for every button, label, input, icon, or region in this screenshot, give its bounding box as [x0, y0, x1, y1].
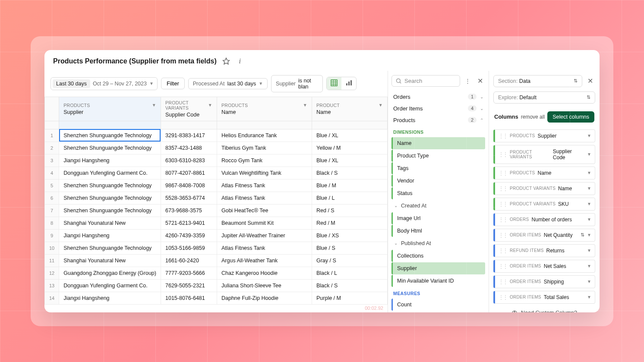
- star-icon[interactable]: [222, 57, 230, 66]
- chevron-down-icon[interactable]: ▼: [587, 248, 591, 253]
- svg-point-9: [397, 79, 401, 82]
- column-item[interactable]: ⋮⋮ Order Items Net Quantity ⇅ ▼: [493, 229, 595, 242]
- column-item[interactable]: ⋮⋮ Order Items Total Sales ▼: [493, 291, 595, 304]
- dimension-field[interactable]: Image Url: [391, 212, 485, 224]
- dimension-field[interactable]: Name: [391, 137, 485, 149]
- date-range-picker[interactable]: Last 30 days Oct 29 – Nov 27, 2023 ▼: [51, 77, 158, 90]
- svg-rect-1: [331, 80, 337, 86]
- table-row[interactable]: 5Shenzhen Shunguangde Technology9867-840…: [45, 179, 388, 192]
- table-row[interactable]: 7Shenzhen Shunguangde Technology673-9688…: [45, 204, 388, 217]
- close-icon[interactable]: ✕: [585, 77, 595, 85]
- data-table[interactable]: Products▼SupplierProduct Variants▼Suppli…: [44, 97, 388, 312]
- select-columns-button[interactable]: Select columns: [547, 111, 594, 123]
- chevron-down-icon[interactable]: ▼: [587, 186, 591, 191]
- filter-button[interactable]: Filter: [161, 78, 185, 89]
- column-item[interactable]: ⋮⋮ Product Variants Name ▼: [493, 182, 595, 195]
- column-item[interactable]: ⋮⋮ Products Name ▼: [493, 167, 595, 179]
- dimension-field[interactable]: Vendor: [391, 175, 485, 187]
- dimension-field[interactable]: Body Html: [391, 225, 485, 237]
- chart-view-button[interactable]: [341, 77, 356, 90]
- column-item[interactable]: ⋮⋮ Orders Number of orders ▼: [493, 213, 595, 226]
- svg-marker-0: [223, 58, 229, 64]
- dimension-field[interactable]: ⌄Created At: [391, 200, 485, 212]
- chevron-down-icon[interactable]: ▼: [587, 264, 591, 268]
- explore-select[interactable]: Explore: Default ⇅: [493, 91, 595, 104]
- search-input[interactable]: Search: [391, 75, 460, 87]
- table-row[interactable]: 9Jiangxi Hangsheng4260-7439-3359Jupiter …: [45, 229, 388, 242]
- filter-supplier[interactable]: Supplier is not blan: [271, 75, 323, 92]
- table-row[interactable]: 4Dongguan Yufengling Garment Co.8077-420…: [45, 167, 388, 179]
- table-row[interactable]: 10Shenzhen Shunguangde Technology1053-51…: [45, 242, 388, 254]
- more-menu-icon[interactable]: ⋮: [462, 78, 473, 84]
- table-row[interactable]: 6Shenzhen Shunguangde Technology5528-365…: [45, 192, 388, 204]
- remove-all-link[interactable]: remove all: [521, 114, 545, 120]
- svg-rect-7: [348, 82, 350, 85]
- chevron-down-icon[interactable]: ▼: [587, 133, 591, 138]
- query-timer: 00:02.92: [365, 305, 383, 311]
- column-header[interactable]: Products▼Name: [217, 97, 312, 121]
- table-row[interactable]: 12Guangdong Zhonggao Energy (Group)7777-…: [45, 267, 388, 279]
- dimension-field[interactable]: Tags: [391, 162, 485, 174]
- chevron-down-icon[interactable]: ▼: [587, 170, 591, 175]
- chevron-down-icon[interactable]: ▼: [587, 279, 591, 284]
- tree-group[interactable]: Orders1⌄: [391, 91, 485, 103]
- column-header[interactable]: Product Variants▼Supplier Code: [161, 97, 217, 121]
- tree-group[interactable]: Products2⌃: [391, 114, 485, 126]
- table-row[interactable]: 14Jiangxi Hangsheng1015-8076-6481Daphne …: [45, 292, 388, 304]
- column-item[interactable]: ⋮⋮ Products Supplier ▼: [493, 129, 595, 142]
- chevron-icon: ⌄: [480, 94, 483, 99]
- chevron-down-icon: ▼: [149, 81, 154, 86]
- drag-handle-icon[interactable]: ⋮⋮: [499, 263, 507, 269]
- dimension-field[interactable]: Min Available Variant ID: [391, 275, 485, 287]
- dimension-field[interactable]: ⌄Published At: [391, 237, 485, 249]
- drag-handle-icon[interactable]: ⋮⋮: [499, 217, 507, 223]
- drag-handle-icon[interactable]: ⋮⋮: [499, 151, 507, 157]
- info-icon[interactable]: i: [236, 57, 244, 66]
- table-view-button[interactable]: [327, 77, 341, 90]
- page-title: Products Performance (Supplier from meta…: [53, 57, 217, 65]
- drag-handle-icon[interactable]: ⋮⋮: [499, 232, 507, 238]
- table-row[interactable]: 3Jiangxi Hangsheng6303-6310-8283Rocco Gy…: [45, 154, 388, 167]
- drag-handle-icon[interactable]: ⋮⋮: [499, 133, 507, 139]
- column-item[interactable]: ⋮⋮ Product Variants Supplier Code ▼: [493, 145, 595, 164]
- columns-pane: Section: Data ⇅ ✕ Explore: Default ⇅ Col…: [489, 71, 600, 312]
- drag-handle-icon[interactable]: ⋮⋮: [499, 186, 507, 192]
- dimension-field[interactable]: Status: [391, 187, 485, 199]
- drag-handle-icon[interactable]: ⋮⋮: [499, 279, 507, 285]
- chevron-down-icon[interactable]: ▼: [587, 201, 591, 206]
- column-item[interactable]: ⋮⋮ Product Variants SKU ▼: [493, 198, 595, 211]
- table-row[interactable]: 2Shenzhen Shunguangde Technology8357-423…: [45, 142, 388, 154]
- sort-icon: ⇅: [574, 78, 578, 84]
- app-window: Products Performance (Supplier from meta…: [44, 50, 600, 312]
- filter-processed-at[interactable]: Processed At last 30 days ▼: [188, 78, 268, 89]
- tree-group[interactable]: Order Items4⌄: [391, 103, 485, 114]
- measure-field[interactable]: Count: [391, 299, 485, 311]
- table-row[interactable]: 13Dongguan Yufengling Garment Co.7629-50…: [45, 279, 388, 292]
- dimension-field[interactable]: Product Type: [391, 150, 485, 162]
- table-row[interactable]: 1Shenzhen Shunguangde Technology3291-838…: [45, 129, 388, 142]
- chevron-down-icon[interactable]: ▼: [587, 295, 591, 299]
- section-select[interactable]: Section: Data ⇅: [493, 75, 582, 87]
- column-item[interactable]: ⋮⋮ Order Items Shipping ▼: [493, 275, 595, 288]
- drag-handle-icon[interactable]: ⋮⋮: [499, 248, 507, 254]
- column-header[interactable]: Product▼Name: [312, 97, 387, 121]
- chevron-down-icon[interactable]: ▼: [587, 233, 591, 237]
- globe-icon: [511, 310, 518, 312]
- table-row[interactable]: 11Shanghai Younatural New1661-60-2420Arg…: [45, 254, 388, 267]
- column-item[interactable]: ⋮⋮ Refund Items Returns ▼: [493, 244, 595, 257]
- close-icon[interactable]: ✕: [475, 77, 485, 85]
- dimension-field[interactable]: Supplier: [391, 262, 485, 274]
- column-header[interactable]: Products▼Supplier: [59, 97, 161, 121]
- custom-column-link[interactable]: Need Custom Column?: [493, 304, 595, 312]
- chevron-down-icon[interactable]: ▼: [587, 217, 591, 222]
- table-row[interactable]: 8Shanghai Younatural New5721-6213-9401Be…: [45, 217, 388, 229]
- view-toggle: [326, 77, 357, 90]
- dimension-field[interactable]: Collections: [391, 250, 485, 262]
- drag-handle-icon[interactable]: ⋮⋮: [499, 201, 507, 207]
- data-pane: Last 30 days Oct 29 – Nov 27, 2023 ▼ Fil…: [44, 71, 388, 312]
- chevron-down-icon[interactable]: ▼: [587, 152, 591, 157]
- drag-handle-icon[interactable]: ⋮⋮: [499, 170, 507, 176]
- column-item[interactable]: ⋮⋮ Order Items Net Sales ▼: [493, 260, 595, 273]
- drag-handle-icon[interactable]: ⋮⋮: [499, 294, 507, 300]
- sort-icon[interactable]: ⇅: [581, 232, 584, 238]
